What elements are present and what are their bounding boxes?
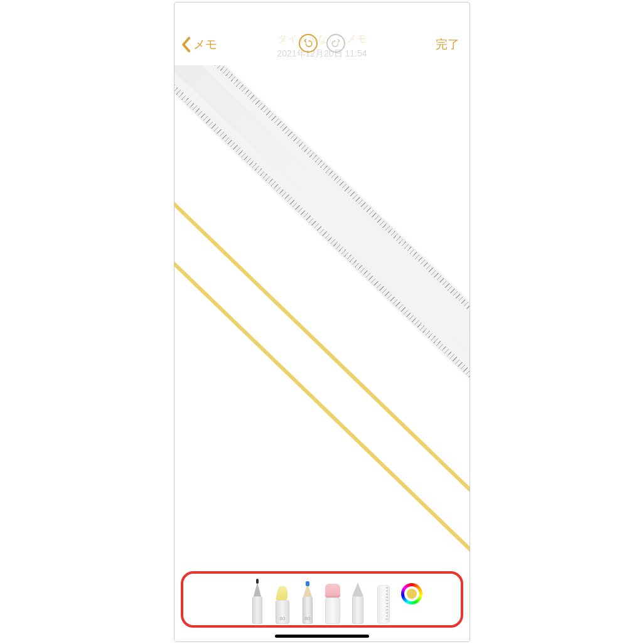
undo-icon — [304, 39, 313, 48]
pen-tool[interactable] — [247, 581, 268, 624]
navigation-bar: メモ タイトルなし: メモ 2021年12月20日 11:54 — [174, 3, 470, 65]
lasso-tool[interactable] — [347, 581, 368, 624]
undo-redo-group — [299, 34, 345, 53]
back-label: メモ — [193, 36, 217, 53]
back-button[interactable]: メモ — [181, 36, 217, 53]
home-indicator[interactable] — [275, 635, 369, 638]
chevron-left-icon — [181, 36, 191, 53]
pencil-tool[interactable]: 80 — [297, 581, 318, 624]
ruler-tool[interactable] — [372, 581, 394, 624]
note-title-part2: メモ — [346, 33, 367, 44]
done-button[interactable]: 完了 — [436, 36, 459, 53]
markup-toolbar-region: 80 80 — [181, 571, 463, 628]
phone-frame: メモ タイトルなし: メモ 2021年12月20日 11:54 — [174, 2, 470, 642]
redo-icon — [331, 39, 340, 48]
highlighter-opacity-label: 80 — [276, 616, 289, 621]
redo-button[interactable] — [326, 34, 345, 53]
drawing-canvas[interactable] — [174, 65, 470, 641]
done-label: 完了 — [436, 38, 459, 51]
color-picker-button[interactable] — [401, 583, 422, 604]
pencil-opacity-label: 80 — [303, 616, 313, 621]
markup-toolbar: 80 80 — [181, 574, 463, 624]
highlighter-tool[interactable]: 80 — [272, 581, 293, 624]
eraser-tool[interactable] — [322, 581, 343, 624]
ruler-overlay[interactable] — [174, 65, 470, 471]
undo-button[interactable] — [299, 34, 318, 53]
